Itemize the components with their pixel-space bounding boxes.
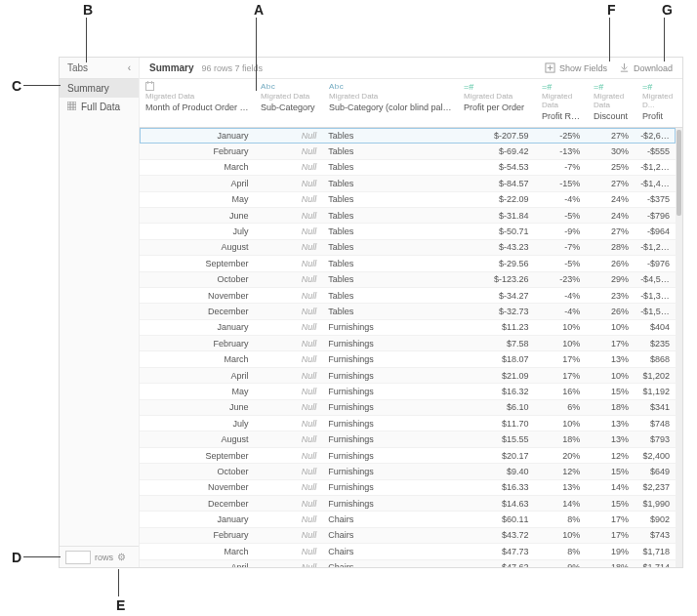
gear-icon[interactable]: ⚙ [117, 552, 126, 562]
numeric-type-icon: =# [594, 83, 631, 90]
table-row[interactable]: SeptemberNullFurnishings$20.1720%12%$2,4… [140, 448, 676, 464]
cell: March [140, 354, 255, 364]
cell: Null [255, 274, 323, 284]
column-source: Migrated Data [542, 92, 582, 109]
column-header-3[interactable]: =#Migrated DataProfit per Order [458, 79, 536, 127]
table-row[interactable]: MayNullTables$-22.09-4%24%-$375 [140, 192, 676, 208]
table-row[interactable]: FebruaryNullFurnishings$7.5810%17%$235 [140, 336, 676, 351]
cell: $-31.84 [457, 211, 535, 221]
cell: $43.72 [457, 530, 535, 540]
cell: $1,718 [635, 547, 676, 556]
text-type-icon: Abc [329, 83, 452, 90]
table-row[interactable]: FebruaryNullTables$-69.42-13%30%-$555 [140, 144, 676, 159]
cell: 26% [586, 307, 635, 316]
cell: 10% [534, 419, 586, 429]
cell: 10% [534, 322, 586, 332]
cell: May [140, 387, 255, 396]
column-header-0[interactable]: Migrated DataMonth of Product Order Date [140, 79, 255, 127]
column-header-6[interactable]: =#Migrated D...Profit [636, 79, 677, 127]
cell: 27% [586, 131, 635, 141]
cell: 19% [586, 547, 635, 556]
cell: $16.33 [457, 482, 535, 492]
column-header-5[interactable]: =#Migrated DataDiscount [588, 79, 636, 127]
table-row[interactable]: AprilNullChairs$47.629%18%$1,714 [140, 560, 676, 567]
cell: $9.40 [457, 467, 535, 476]
table-row[interactable]: FebruaryNullChairs$43.7210%17%$743 [140, 528, 676, 544]
callout-b: B [81, 2, 95, 18]
cell: $793 [635, 434, 676, 444]
cell: March [140, 547, 255, 556]
column-header-4[interactable]: =#Migrated DataProfit Ratio [536, 79, 588, 127]
cell: Tables [322, 194, 456, 204]
cell: $-84.57 [457, 179, 535, 188]
cell: $11.23 [457, 322, 535, 332]
cell: -$1,371 [635, 291, 676, 301]
sidebar-item-full-data[interactable]: Full Data [60, 98, 139, 116]
cell: $11.70 [457, 419, 535, 429]
table-row[interactable]: JanuaryNullTables$-207.59-25%27%-$2,699 [140, 128, 676, 144]
scrollbar-thumb[interactable] [676, 130, 681, 216]
cell: 13% [586, 419, 635, 429]
table-row[interactable]: AugustNullFurnishings$15.5518%13%$793 [140, 431, 676, 447]
cell: Tables [322, 211, 456, 221]
cell: Null [255, 530, 323, 540]
table-row[interactable]: AugustNullTables$-43.23-7%28%-$1,254 [140, 240, 676, 256]
column-name: Discount [594, 111, 631, 121]
table-row[interactable]: JulyNullFurnishings$11.7010%13%$748 [140, 416, 676, 431]
table-row[interactable]: SeptemberNullTables$-29.56-5%26%-$976 [140, 256, 676, 271]
table-row[interactable]: AprilNullFurnishings$21.0917%10%$1,202 [140, 368, 676, 384]
numeric-type-icon: =# [642, 83, 672, 90]
cell: -25% [534, 131, 586, 141]
cell: $341 [635, 402, 676, 412]
sidebar-title: Tabs [67, 62, 88, 73]
table-row[interactable]: JanuaryNullFurnishings$11.2310%10%$404 [140, 320, 676, 336]
cell: November [140, 482, 255, 492]
cell: $-69.42 [457, 146, 535, 156]
cell: Furnishings [322, 402, 456, 412]
cell: April [140, 371, 255, 381]
download-button[interactable]: Download [619, 62, 673, 73]
table-row[interactable]: OctoberNullFurnishings$9.4012%15%$649 [140, 464, 676, 479]
cell: 9% [534, 562, 586, 567]
cell: Null [255, 387, 323, 396]
cell: 25% [586, 162, 635, 172]
table-row[interactable]: DecemberNullFurnishings$14.6314%15%$1,99… [140, 496, 676, 512]
cell: $235 [635, 339, 676, 349]
table-row[interactable]: JuneNullTables$-31.84-5%24%-$796 [140, 208, 676, 224]
table-row[interactable]: DecemberNullTables$-32.73-4%26%-$1,538 [140, 304, 676, 319]
cell: $-22.09 [457, 194, 535, 204]
cell: August [140, 434, 255, 444]
column-name: Profit Ratio [542, 111, 582, 121]
cell: -$2,699 [635, 131, 676, 141]
cell: Tables [322, 162, 456, 172]
cell: -4% [534, 194, 586, 204]
cell: $7.58 [457, 339, 535, 349]
cell: Tables [322, 179, 456, 188]
callout-f: F [605, 2, 618, 18]
cell: $868 [635, 354, 676, 364]
cell: -$375 [635, 194, 676, 204]
table-row[interactable]: NovemberNullFurnishings$16.3313%14%$2,23… [140, 480, 676, 496]
table-row[interactable]: JanuaryNullChairs$60.118%17%$902 [140, 512, 676, 527]
table-row[interactable]: MayNullFurnishings$16.3216%15%$1,192 [140, 384, 676, 399]
cell: January [140, 131, 255, 141]
table-row[interactable]: JulyNullTables$-50.71-9%27%-$964 [140, 224, 676, 239]
table-row[interactable]: MarchNullFurnishings$18.0717%13%$868 [140, 351, 676, 367]
table-row[interactable]: NovemberNullTables$-34.27-4%23%-$1,371 [140, 288, 676, 304]
table-row[interactable]: MarchNullTables$-54.53-7%25%-$1,200 [140, 160, 676, 176]
vertical-scrollbar[interactable] [676, 128, 682, 567]
cell: Furnishings [322, 434, 456, 444]
table-row[interactable]: AprilNullTables$-84.57-15%27%-$1,438 [140, 176, 676, 191]
rows-input[interactable] [65, 551, 91, 564]
show-fields-button[interactable]: Show Fields [545, 62, 607, 73]
callout-a: A [252, 2, 266, 18]
cell: July [140, 226, 255, 236]
table-row[interactable]: JuneNullFurnishings$6.106%18%$341 [140, 400, 676, 416]
cell: April [140, 562, 255, 567]
table-row[interactable]: MarchNullChairs$47.738%19%$1,718 [140, 544, 676, 559]
sidebar-item-summary[interactable]: Summary [60, 79, 139, 98]
table-row[interactable]: OctoberNullTables$-123.26-23%29%-$4,561 [140, 272, 676, 288]
column-header-1[interactable]: AbcMigrated DataSub-Category [255, 79, 323, 127]
column-header-2[interactable]: AbcMigrated DataSub-Category (color blin… [323, 79, 458, 127]
collapse-icon[interactable]: ‹ [128, 62, 131, 73]
